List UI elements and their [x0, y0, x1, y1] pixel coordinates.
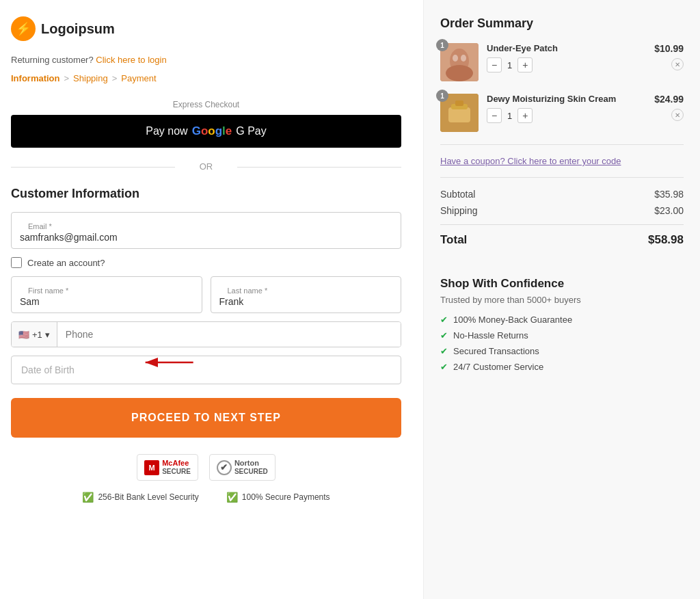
total-value: $58.98: [648, 233, 684, 247]
gpay-pay-now-text: Pay now: [146, 125, 187, 137]
conf-label-3: Secured Transactions: [453, 346, 539, 356]
shipping-label: Shipping: [440, 205, 478, 216]
phone-row: 🇺🇸 +1 ▾: [11, 321, 401, 347]
conf-label-1: 100% Money-Back Guarantee: [453, 315, 572, 325]
confidence-item-2: ✔ No-Hassle Returns: [440, 330, 684, 341]
shipping-row: Shipping $23.00: [440, 205, 684, 216]
gpay-button[interactable]: Pay now Google G Pay: [11, 115, 401, 148]
payments-check-icon: ✅: [226, 492, 238, 503]
svg-point-6: [461, 55, 466, 62]
confidence-item-4: ✔ 24/7 Customer Service: [440, 362, 684, 372]
lastname-input[interactable]: [219, 296, 393, 307]
svg-point-5: [453, 55, 458, 62]
item-1-img-wrapper: 1: [440, 43, 479, 81]
item-2-price: $24.99: [654, 94, 684, 105]
item-1-qty-decrease[interactable]: −: [487, 57, 502, 72]
svg-rect-10: [455, 101, 463, 106]
item-2-qty-controls: − 1 +: [487, 108, 646, 123]
item-2-img-wrapper: 1: [440, 94, 479, 132]
item-1-price-remove: $10.99 ✕: [654, 43, 684, 70]
order-divider: [440, 144, 684, 145]
conf-check-3: ✔: [440, 346, 448, 356]
phone-dropdown-arrow: ▾: [45, 330, 50, 340]
norton-badge: ✔ Norton SECURED: [209, 454, 275, 481]
dob-field[interactable]: Date of Birth: [11, 356, 401, 384]
returning-customer-text: Returning customer?: [11, 55, 94, 65]
gpay-logo: Google: [192, 124, 232, 138]
proceed-button[interactable]: PROCEED TO NEXT STEP: [11, 398, 401, 438]
total-label: Total: [440, 233, 467, 247]
security-text-bank: ✅ 256-Bit Bank Level Security: [82, 492, 198, 503]
item-1-name: Under-Eye Patch: [487, 43, 646, 53]
conf-check-1: ✔: [440, 315, 448, 325]
breadcrumb: Information > Shipping > Payment: [11, 73, 401, 83]
phone-flag: 🇺🇸: [18, 330, 29, 340]
mcafee-badge: M McAfee SECURE: [137, 454, 198, 481]
phone-input[interactable]: [57, 322, 401, 347]
item-2-qty-increase[interactable]: +: [517, 108, 533, 123]
email-group: Email *: [11, 212, 401, 249]
confidence-section: Shop With Confidence Trusted by more tha…: [440, 263, 684, 372]
firstname-input[interactable]: [20, 296, 193, 307]
create-account-label: Create an account?: [27, 258, 105, 268]
confidence-item-3: ✔ Secured Transactions: [440, 346, 684, 356]
subtotal-value: $35.98: [654, 189, 684, 200]
breadcrumb-information[interactable]: Information: [11, 73, 60, 83]
email-input[interactable]: [20, 232, 392, 243]
bank-security-label: 256-Bit Bank Level Security: [98, 492, 198, 502]
breadcrumb-payment[interactable]: Payment: [121, 73, 156, 83]
mcafee-icon: M: [144, 460, 159, 475]
firstname-label: First name *: [20, 281, 193, 296]
red-arrow-indicator: [141, 349, 196, 376]
item-2-details: Dewy Moisturizing Skin Cream − 1 +: [487, 94, 646, 123]
login-link[interactable]: Click here to login: [96, 55, 166, 65]
create-account-row: Create an account?: [11, 257, 401, 268]
subtotal-row: Subtotal $35.98: [440, 189, 684, 200]
bank-check-icon: ✅: [82, 492, 94, 503]
conf-label-4: 24/7 Customer Service: [453, 362, 543, 372]
right-column: Order Summary 1: [424, 0, 700, 599]
security-text-row: ✅ 256-Bit Bank Level Security ✅ 100% Sec…: [11, 492, 401, 503]
firstname-wrapper: First name *: [11, 276, 202, 313]
dob-container: Date of Birth: [11, 356, 401, 384]
or-divider: OR: [11, 161, 401, 172]
norton-icon: ✔: [217, 460, 232, 475]
logo-area: ⚡ Logoipsum: [11, 16, 401, 41]
phone-flag-select[interactable]: 🇺🇸 +1 ▾: [12, 322, 57, 347]
shipping-value: $23.00: [654, 205, 684, 216]
lastname-wrapper: Last name *: [211, 276, 402, 313]
item-2-badge: 1: [436, 90, 448, 102]
order-item-1: 1 Under-Eye Patch − 1 + $10.99 ✕: [440, 43, 684, 81]
confidence-sub: Trusted by more than 5000+ buyers: [440, 295, 684, 305]
item-2-qty-decrease[interactable]: −: [487, 108, 502, 123]
item-2-qty-value: 1: [507, 111, 512, 121]
item-1-qty-value: 1: [507, 60, 512, 70]
name-row: First name * Last name *: [11, 276, 401, 313]
svg-point-4: [446, 65, 473, 81]
item-1-qty-increase[interactable]: +: [517, 57, 533, 72]
svg-rect-8: [448, 107, 470, 122]
secure-payments-label: 100% Secure Payments: [242, 492, 330, 502]
express-checkout-label: Express Checkout: [11, 100, 401, 109]
create-account-checkbox[interactable]: [11, 257, 22, 268]
phone-country-code: +1: [32, 330, 42, 340]
subtotal-label: Subtotal: [440, 189, 475, 200]
conf-check-4: ✔: [440, 362, 448, 372]
order-summary-title: Order Summary: [440, 16, 684, 31]
email-label: Email *: [20, 217, 392, 232]
item-1-remove-button[interactable]: ✕: [671, 58, 684, 70]
breadcrumb-shipping[interactable]: Shipping: [73, 73, 108, 83]
item-1-qty-controls: − 1 +: [487, 57, 646, 72]
conf-check-2: ✔: [440, 330, 448, 341]
dob-placeholder-text: Date of Birth: [21, 364, 75, 375]
coupon-link[interactable]: Have a coupon? Click here to enter your …: [440, 156, 684, 166]
item-2-price-remove: $24.99 ✕: [654, 94, 684, 121]
order-item-2: 1 Dewy Moisturizing Skin Cream − 1 + $24…: [440, 94, 684, 132]
norton-label: Norton SECURED: [234, 459, 268, 476]
item-1-price: $10.99: [654, 43, 684, 54]
section-title-customer-info: Customer Information: [11, 187, 401, 201]
item-1-badge: 1: [436, 39, 448, 51]
lastname-label: Last name *: [219, 281, 393, 296]
security-badges: M McAfee SECURE ✔ Norton SECURED: [11, 454, 401, 481]
item-2-remove-button[interactable]: ✕: [671, 109, 684, 121]
